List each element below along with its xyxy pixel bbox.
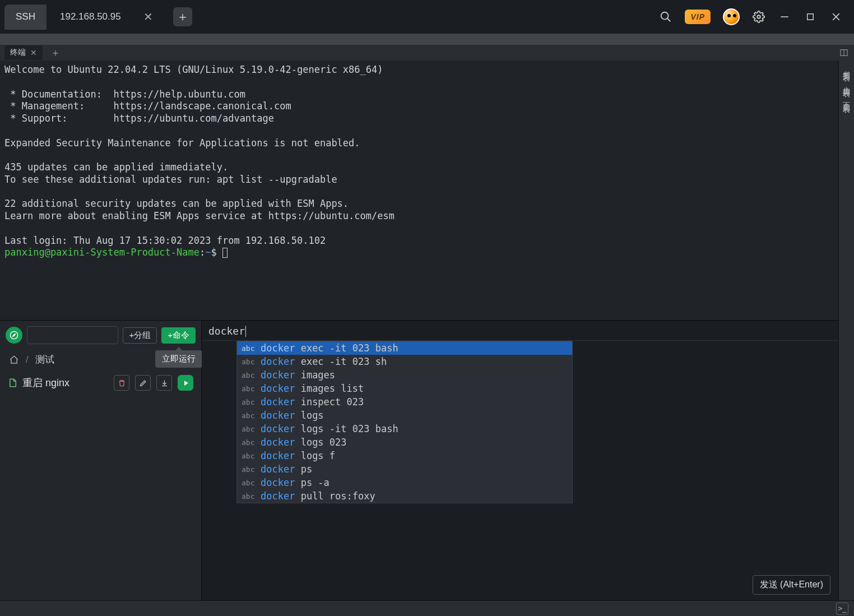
- autocomplete-item[interactable]: abcdocker pull ros:foxy: [237, 489, 572, 503]
- autocomplete-item[interactable]: abcdocker exec -it 023 sh: [237, 355, 572, 368]
- search-icon[interactable]: [659, 10, 672, 24]
- svg-line-1: [667, 18, 671, 22]
- status-bar: >_: [0, 600, 854, 616]
- terminal-tab-label: 终端: [10, 48, 26, 58]
- play-icon[interactable]: [178, 375, 193, 391]
- svg-point-0: [661, 12, 669, 20]
- svg-point-2: [757, 15, 760, 18]
- new-tab-button[interactable]: ＋: [173, 7, 192, 26]
- minimize-icon[interactable]: [778, 10, 791, 24]
- close-window-icon[interactable]: [829, 10, 843, 24]
- autocomplete-item[interactable]: abcdocker ps: [237, 462, 572, 476]
- terminal-output[interactable]: Welcome to Ubuntu 22.04.2 LTS (GNU/Linux…: [0, 61, 838, 320]
- command-input-area: docker abcdocker exec -it 023 bashabcdoc…: [202, 321, 838, 600]
- host-tab[interactable]: 192.168.50.95 ✕: [50, 4, 163, 30]
- breadcrumb-sep: /: [26, 354, 29, 365]
- host-tab-label: 192.168.50.95: [60, 11, 121, 22]
- rail-bookmarks[interactable]: 书签列表: [842, 65, 852, 70]
- close-icon[interactable]: ✕: [30, 48, 37, 57]
- split-icon[interactable]: [839, 48, 854, 57]
- autocomplete-item[interactable]: abcdocker inspect 023: [237, 395, 572, 409]
- add-group-button[interactable]: +分组: [123, 327, 157, 344]
- terminal-tab[interactable]: 终端 ✕: [4, 45, 43, 60]
- autocomplete-item[interactable]: abcdocker logs 023: [237, 436, 572, 449]
- add-command-button[interactable]: +命令 立即运行: [161, 327, 196, 344]
- console-icon[interactable]: >_: [836, 603, 848, 615]
- autocomplete-item[interactable]: abcdocker logs f: [237, 449, 572, 462]
- sidebar-search: [27, 326, 118, 344]
- add-command-label: +命令: [168, 330, 189, 340]
- rail-downloads[interactable]: 下载列表: [842, 96, 852, 101]
- svg-marker-13: [184, 381, 188, 386]
- send-button[interactable]: 发送 (Alt+Enter): [753, 575, 830, 595]
- sidebar-search-input[interactable]: [27, 327, 118, 344]
- gear-icon[interactable]: [752, 10, 765, 24]
- vip-badge[interactable]: VIP: [685, 10, 711, 24]
- close-icon[interactable]: ✕: [143, 10, 153, 24]
- command-item[interactable]: 重启 nginx: [0, 369, 201, 396]
- right-rail: 书签列表 上传列表 下载列表: [838, 61, 854, 600]
- autocomplete-item[interactable]: abcdocker images list: [237, 382, 572, 395]
- tooltip: 立即运行: [155, 350, 202, 368]
- svg-marker-10: [12, 334, 15, 336]
- add-terminal-tab[interactable]: ＋: [47, 46, 64, 59]
- command-item-label: 重启 nginx: [22, 376, 69, 390]
- command-sidebar: +分组 +命令 立即运行 / 测试: [0, 321, 202, 600]
- command-input-value: docker: [208, 325, 245, 337]
- home-icon[interactable]: [9, 355, 19, 365]
- autocomplete-popup: abcdocker exec -it 023 bashabcdocker exe…: [236, 341, 573, 503]
- autocomplete-item[interactable]: abcdocker images: [237, 368, 572, 382]
- command-input[interactable]: docker: [202, 321, 838, 341]
- file-icon: [8, 378, 18, 388]
- rail-uploads[interactable]: 上传列表: [842, 81, 852, 85]
- compass-icon[interactable]: [6, 327, 22, 344]
- download-icon[interactable]: [156, 375, 172, 391]
- terminal-tab-row: 终端 ✕ ＋: [0, 45, 854, 61]
- maximize-icon[interactable]: [804, 10, 817, 24]
- edit-icon[interactable]: [135, 375, 151, 391]
- autocomplete-item[interactable]: abcdocker ps -a: [237, 476, 572, 489]
- svg-rect-4: [807, 14, 814, 20]
- autocomplete-item[interactable]: abcdocker exec -it 023 bash: [237, 341, 572, 355]
- autocomplete-item[interactable]: abcdocker logs -it 023 bash: [237, 422, 572, 436]
- avatar[interactable]: [723, 8, 740, 25]
- delete-icon[interactable]: [114, 375, 129, 391]
- autocomplete-item[interactable]: abcdocker logs: [237, 409, 572, 422]
- ssh-protocol-tab[interactable]: SSH: [4, 4, 47, 30]
- title-bar: SSH 192.168.50.95 ✕ ＋ VIP: [0, 0, 854, 34]
- breadcrumb-item[interactable]: 测试: [35, 353, 54, 366]
